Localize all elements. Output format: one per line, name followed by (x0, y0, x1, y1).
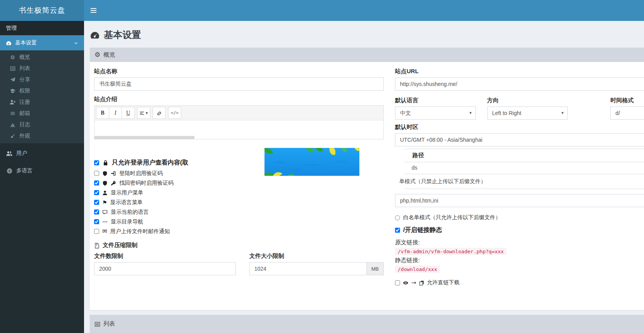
option-row-upload-mail-notify[interactable]: ✉ 用户上传文件时邮件通知 (94, 227, 384, 236)
time-format-select[interactable]: d/ (610, 106, 644, 120)
cogs-icon: ⚙ (9, 55, 16, 60)
editor-scrollbar[interactable] (94, 136, 194, 139)
eye-icon (403, 280, 409, 286)
user-icon (102, 190, 108, 196)
sidebar-item-mail[interactable]: ✉ 邮箱 (0, 108, 84, 119)
upload-mail-notify-checkbox[interactable] (94, 229, 99, 234)
option-row-language-menu[interactable]: ⚑ 显示语言菜单 (94, 197, 384, 207)
login-only-checkbox[interactable] (94, 160, 99, 165)
main-content: 基本设置 ⚙ 概览 (84, 21, 644, 333)
overview-panel-title: 概览 (103, 51, 115, 58)
file-size-input[interactable] (249, 262, 367, 275)
right-form-column: 站点URL 默认语言 中文 ▾ 方向 (395, 68, 644, 286)
sidebar-toggle-button[interactable] (84, 0, 103, 21)
sidebar-item-label: 多语言 (16, 167, 33, 174)
sidebar-submenu: ⚙ 概览 列表 分享 权限 注册 ✉ 邮箱 日志 外观 (0, 50, 84, 143)
login-captcha-checkbox[interactable] (94, 171, 99, 176)
sidebar-section-label: 管理 (0, 21, 84, 35)
tachometer-icon (6, 39, 12, 46)
copy-icon (419, 280, 424, 286)
sidebar-item-overview[interactable]: ⚙ 概览 (0, 51, 84, 63)
submenu-label: 权限 (19, 88, 30, 94)
option-row-login-only[interactable]: 只允许登录用户查看内容(取 (94, 157, 384, 168)
chevron-down-icon (74, 40, 78, 46)
original-link-label: 原文链接: (395, 239, 644, 246)
breadcrumb-nav-checkbox[interactable] (94, 219, 99, 224)
sidebar-item-share[interactable]: 分享 (0, 74, 84, 85)
option-row-current-language[interactable]: 显示当前的语言 (94, 207, 384, 217)
left-form-column: 站点名称 站点介绍 B I U ▾ (94, 68, 384, 275)
divider (405, 189, 644, 189)
option-row-breadcrumb-nav[interactable]: 显示目录导航 (94, 217, 384, 227)
shield-icon (102, 171, 108, 176)
blacklist-mode-label: 单模式（只禁止上传以下后缀文件） (399, 178, 644, 185)
path-settings-block: 路径 ds (405, 149, 644, 174)
submenu-label: 日志 (19, 121, 30, 128)
overview-panel: ⚙ 概览 (90, 48, 644, 310)
static-link-checkbox[interactable] (395, 228, 400, 233)
hamburger-icon (91, 8, 96, 9)
italic-button[interactable]: I (109, 107, 122, 119)
sidebar-item-permissions[interactable]: 权限 (0, 85, 84, 96)
underline-button[interactable]: U (122, 107, 135, 119)
option-label: 用户上传文件时邮件通知 (110, 228, 170, 235)
path-label: 路径 (405, 149, 644, 162)
site-intro-textarea[interactable] (94, 120, 383, 139)
recover-captcha-checkbox[interactable] (94, 180, 99, 185)
sidebar-item-appearance[interactable]: 外观 (0, 130, 84, 141)
align-icon (139, 110, 144, 116)
key-icon (111, 180, 116, 186)
option-row-login-captcha[interactable]: 登陆时启用验证码 (94, 168, 384, 178)
option-label: 显示用户菜单 (111, 189, 143, 196)
ellipsis-icon (102, 219, 108, 225)
bold-button[interactable]: B (96, 107, 109, 119)
direct-download-row[interactable]: → 允许直链下载 (395, 279, 644, 286)
sidebar-item-register[interactable]: 注册 (0, 96, 84, 108)
direction-select[interactable]: Left to Right (487, 106, 568, 120)
site-intro-label: 站点介绍 (94, 96, 384, 103)
sidebar-item-list[interactable]: 列表 (0, 63, 84, 74)
whitelist-mode-radio[interactable] (395, 215, 400, 220)
app-logo[interactable]: 书生极简云盘 (0, 0, 84, 21)
option-row-recover-captcha[interactable]: 找回密码时启用验证码 (94, 178, 384, 188)
lock-icon (102, 160, 109, 166)
list-panel-title: 列表 (103, 320, 115, 328)
default-language-label: 默认语言 (395, 97, 476, 104)
static-link-row[interactable]: /开启链接静态 (395, 226, 644, 234)
sidebar-item-basic-settings[interactable]: 基本设置 (0, 35, 84, 50)
whitelist-mode-row[interactable]: 白名单模式（只允许上传以下后缀文件） (395, 214, 644, 221)
file-count-label: 文件数限制 (94, 252, 236, 260)
timezone-select[interactable]: UTC/GMT +08:00 - Asia/Shanghai (395, 133, 644, 146)
paper-plane-icon (9, 77, 16, 82)
site-url-label: 站点URL (395, 68, 644, 75)
shield-icon (102, 180, 108, 186)
site-url-input[interactable] (395, 77, 644, 91)
blacklist-extensions-input[interactable] (395, 194, 644, 207)
arrow-right-icon: → (411, 280, 416, 286)
option-label: 显示目录导航 (111, 218, 143, 225)
original-link-code: /vfm-admin/vfm-downloader.php?q=xxx (395, 248, 507, 255)
editor-toolbar: B I U ▾ </> (94, 106, 383, 120)
site-name-input[interactable] (94, 77, 384, 91)
sidebar-item-logs[interactable]: 日志 (0, 119, 84, 130)
current-language-checkbox[interactable] (94, 209, 99, 215)
user-menu-checkbox[interactable] (94, 190, 99, 195)
divider (405, 174, 644, 174)
sidebar-item-label: 用户 (16, 150, 27, 157)
option-row-user-menu[interactable]: 显示用户菜单 (94, 188, 384, 197)
align-dropdown-button[interactable]: ▾ (137, 107, 150, 119)
default-language-select[interactable]: 中文 (395, 106, 476, 120)
sidebar-item-users[interactable]: 用户 (0, 146, 84, 161)
language-menu-checkbox[interactable] (94, 200, 99, 205)
submenu-label: 外观 (19, 132, 30, 139)
file-count-input[interactable] (94, 262, 236, 275)
option-label: 显示当前的语言 (111, 209, 149, 216)
sidebar-item-multilanguage[interactable]: 多语言 (0, 163, 84, 178)
direct-download-checkbox[interactable] (395, 280, 400, 285)
zip-limit-title: 文件压缩限制 (94, 242, 384, 249)
direct-download-label: 允许直链下载 (427, 279, 460, 286)
link-button[interactable] (153, 107, 166, 119)
code-view-button[interactable]: </> (168, 107, 181, 119)
path-value[interactable]: ds (405, 162, 644, 174)
file-size-unit: MB (367, 262, 384, 275)
